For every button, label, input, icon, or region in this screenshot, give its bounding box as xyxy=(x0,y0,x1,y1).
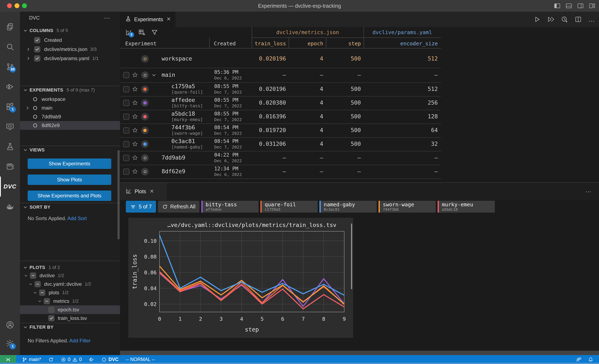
activity-item-settings[interactable]: 1 xyxy=(0,334,20,354)
table-row-744f3b6[interactable]: 744f3b6[sworn-wage]08:54 PMDec 7, 20220.… xyxy=(120,124,441,137)
experiments-row-8df62e9[interactable]: 8df62e9 xyxy=(20,121,120,130)
add-sort-link[interactable]: Add Sort xyxy=(67,215,87,221)
table-row-0c3ac81[interactable]: 0c3ac81[named-gaby]08:54 PMDec 7, 20220.… xyxy=(120,137,441,151)
checkbox-mixed[interactable] xyxy=(30,273,36,279)
plots-tree-row-epoch-tsv[interactable]: epoch.tsv xyxy=(20,305,120,314)
checkbox-mixed[interactable] xyxy=(39,290,45,296)
experiment-chip-named-gaby[interactable]: named-gaby0c3ac81 xyxy=(319,201,377,213)
experiment-chip-sworn-wage[interactable]: sworn-wage744f3b6 xyxy=(379,201,436,213)
svg-text:0.02: 0.02 xyxy=(144,301,157,307)
plots-vertical-scrollbar[interactable] xyxy=(351,224,352,289)
section-header-plots[interactable]: PLOTS1 of 2 xyxy=(20,264,120,271)
split-editor-icon[interactable] xyxy=(574,16,582,23)
checkbox-checked[interactable] xyxy=(34,46,40,53)
section-header-views[interactable]: VIEWS xyxy=(20,146,120,154)
columns-row-dvclive-params-yaml[interactable]: dvclive/params.yaml1/1 xyxy=(20,54,120,63)
move-to-table-icon[interactable] xyxy=(138,29,145,36)
experiment-chip-murky-emeu[interactable]: murky-emeua5bdc18 xyxy=(438,201,495,213)
experiment-chip-quare-foil[interactable]: quare-foilc1759a5 xyxy=(260,201,317,213)
table-row-main[interactable]: main05:36 PMDec 6, 2022–––– xyxy=(120,68,441,82)
branch-status[interactable]: main* xyxy=(22,357,41,362)
plots-filter-button[interactable]: 5 of 7 xyxy=(126,201,156,213)
activity-item-run-and-debug[interactable] xyxy=(0,77,20,97)
notifications-bell-icon[interactable] xyxy=(588,357,594,363)
more-actions-icon[interactable]: … xyxy=(588,16,595,23)
activity-item-docker[interactable] xyxy=(0,196,20,217)
vim-mode-status[interactable]: -- NORMAL -- xyxy=(126,357,155,362)
add-timer-icon[interactable] xyxy=(561,16,568,23)
feedback-icon[interactable] xyxy=(576,357,581,363)
experiments-row-7dd9ab9[interactable]: 7dd9ab9 xyxy=(20,112,120,121)
table-row-a5bdc18[interactable]: a5bdc18[murky-emeu]08:55 PMDec 7, 20220.… xyxy=(120,110,441,124)
group-header-metrics[interactable]: dvclive/metrics.json xyxy=(252,27,364,38)
checkbox-unchecked[interactable] xyxy=(48,307,54,313)
checkbox-checked[interactable] xyxy=(34,55,40,62)
train-loss-plot-tile[interactable]: …ve/dvc.yaml::dvclive/plots/metrics/trai… xyxy=(128,218,353,338)
close-tab-icon[interactable] xyxy=(149,188,155,195)
section-header-experiments[interactable]: EXPERIMENTS5 of 9 (max 7) xyxy=(20,86,120,94)
filter-icon[interactable] xyxy=(151,29,158,36)
cell-value: 128 xyxy=(120,113,438,120)
sidebar-scrollbar[interactable] xyxy=(117,150,120,239)
columns-row-dvclive-metrics-json[interactable]: dvclive/metrics.json3/3 xyxy=(20,45,120,54)
activity-item-dvc[interactable]: DVC xyxy=(0,177,20,196)
activity-item-remote-explorer[interactable] xyxy=(0,117,20,137)
run-all-icon[interactable] xyxy=(547,16,555,23)
section-header-columns[interactable]: COLUMNS5 of 5 xyxy=(20,27,120,35)
run-icon[interactable] xyxy=(533,16,541,23)
checkbox-mixed[interactable] xyxy=(44,298,50,304)
layout-customize-icon[interactable] xyxy=(589,2,596,9)
tab-experiments[interactable]: Experiments xyxy=(120,12,176,27)
activity-item-extensions[interactable]: 1 xyxy=(0,97,20,117)
refresh-all-button[interactable]: Refresh All xyxy=(158,201,200,213)
group-header-params[interactable]: dvclive/params.yaml xyxy=(364,27,441,38)
column-header-encoder_size[interactable]: encoder_size xyxy=(120,39,438,48)
problems-status[interactable]: 00 xyxy=(61,357,82,362)
plots-tree-row-metrics[interactable]: metrics1/2 xyxy=(20,297,120,306)
series-a5bdc18 xyxy=(159,273,344,309)
section-header-sort-by[interactable]: SORT BY xyxy=(20,203,120,211)
button-show-plots[interactable]: Show Plots xyxy=(28,175,111,185)
table-row-8df62e9[interactable]: 8df62e912:34 PMDec 6, 2022–––– xyxy=(120,165,441,178)
vscode-window: Experiments — dvclive-exp-tracking 691DV… xyxy=(0,0,599,364)
activity-item-search[interactable] xyxy=(0,37,20,57)
plots-tree-row-dvc-yaml-dvclive[interactable]: dvc.yaml::dvclive1/2 xyxy=(20,280,120,288)
tab-plots[interactable]: Plots xyxy=(120,183,167,200)
experiments-row-main[interactable]: main xyxy=(20,104,120,112)
button-show-experiments[interactable]: Show Experiments xyxy=(28,159,111,169)
add-filter-link[interactable]: Add Filter xyxy=(69,338,91,343)
experiments-row-workspace[interactable]: workspace xyxy=(20,95,120,104)
activity-item-containers[interactable] xyxy=(0,157,20,177)
columns-row-Created[interactable]: Created xyxy=(20,36,120,44)
layout-panel-icon[interactable] xyxy=(565,2,572,9)
sync-status[interactable] xyxy=(48,357,54,362)
plots-horizontal-scrollbar[interactable] xyxy=(120,351,599,355)
section-header-filter-by[interactable]: FILTER BY xyxy=(20,323,120,331)
activity-item-source-control[interactable]: 69 xyxy=(0,57,20,77)
close-tab-icon[interactable] xyxy=(166,16,171,22)
table-row-workspace[interactable]: workspace0.0201964500512 xyxy=(120,50,441,68)
checkbox-checked[interactable] xyxy=(34,37,40,43)
plots-icon[interactable]: 5 xyxy=(125,29,132,36)
more-actions-icon[interactable]: … xyxy=(104,13,110,20)
activity-item-accounts[interactable] xyxy=(0,315,20,335)
table-row-c1759a5[interactable]: c1759a5[quare-foil]08:55 PMDec 7, 20220.… xyxy=(120,82,441,96)
checkbox-mixed[interactable] xyxy=(35,281,41,287)
plots-tree-row-dvclive[interactable]: dvclive1/2 xyxy=(20,271,120,280)
button-show-experiments-and-plots[interactable]: Show Experiments and Plots xyxy=(28,191,111,201)
table-row-7dd9ab9[interactable]: 7dd9ab904:22 PMDec 6, 2022–––– xyxy=(120,151,441,165)
layout-sidebar-left-icon[interactable] xyxy=(554,2,561,9)
activity-item-testing[interactable] xyxy=(0,137,20,157)
experiment-chip-bitty-tass[interactable]: bitty-tassaffedee xyxy=(201,201,258,213)
more-actions-icon[interactable]: … xyxy=(585,186,591,194)
plots-tree-row-train-loss-tsv[interactable]: train_loss.tsv xyxy=(20,314,120,323)
debug-status[interactable] xyxy=(89,357,94,362)
svg-text:0.08: 0.08 xyxy=(144,254,157,260)
row-separator xyxy=(120,124,441,124)
layout-sidebar-right-icon[interactable] xyxy=(577,2,584,9)
activity-item-explorer[interactable] xyxy=(0,17,20,37)
dvc-status[interactable]: DVC xyxy=(101,357,119,362)
table-row-affedee[interactable]: affedee[bitty-tass]08:55 PMDec 7, 20220.… xyxy=(120,96,441,110)
checkbox-checked[interactable] xyxy=(48,315,54,321)
plots-tree-row-plots[interactable]: plots1/2 xyxy=(20,288,120,297)
